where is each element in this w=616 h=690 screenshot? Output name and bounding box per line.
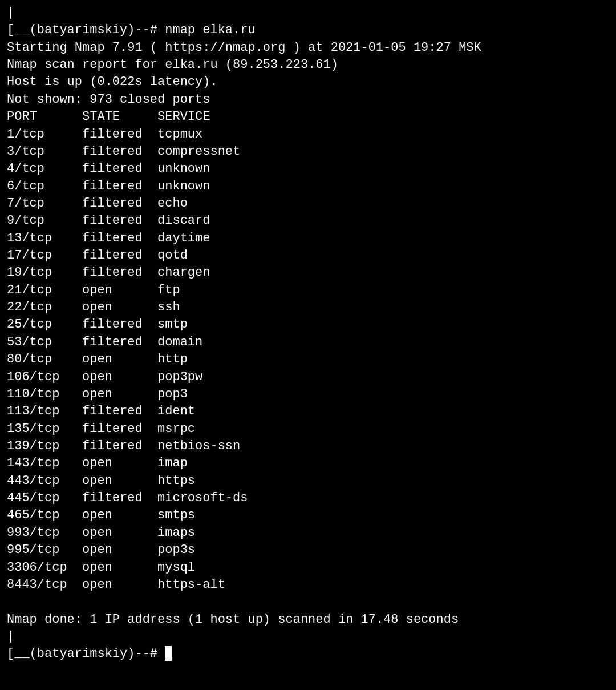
terminal-line-32: 995/tcp open pop3s (7, 543, 195, 557)
terminal-line-14: 13/tcp filtered daytime (7, 231, 210, 245)
terminal-line-27: 143/tcp open imap (7, 456, 188, 470)
terminal-line-12: 7/tcp filtered echo (7, 196, 188, 211)
terminal-line-2: [__(batyarimskiy)--# nmap elka.ru (7, 23, 256, 37)
terminal-line-10: 4/tcp filtered unknown (7, 162, 210, 176)
terminal-line-19: 25/tcp filtered smtp (7, 317, 188, 332)
terminal-line-17: 21/tcp open ftp (7, 283, 180, 297)
terminal-line-21: 80/tcp open http (7, 352, 188, 366)
terminal-line-6: Not shown: 973 closed ports (7, 92, 210, 107)
terminal-line-8: 1/tcp filtered tcpmux (7, 127, 202, 142)
terminal-line-34: 8443/tcp open https-alt (7, 578, 225, 592)
terminal-line-4: Nmap scan report for elka.ru (89.253.223… (7, 58, 338, 72)
terminal-line-22: 106/tcp open pop3pw (7, 370, 202, 384)
terminal-cursor (165, 646, 172, 661)
terminal-line-31: 993/tcp open imaps (7, 526, 195, 540)
terminal-line-16: 19/tcp filtered chargen (7, 265, 210, 280)
terminal-line-13: 9/tcp filtered discard (7, 213, 210, 228)
terminal-line-9: 3/tcp filtered compressnet (7, 144, 240, 159)
terminal-line-3: Starting Nmap 7.91 ( https://nmap.org ) … (7, 41, 481, 55)
terminal-line-11: 6/tcp filtered unknown (7, 179, 210, 193)
terminal-line-24: 113/tcp filtered ident (7, 404, 195, 418)
terminal-line-38: [__(batyarimskiy)--# (7, 647, 165, 661)
terminal-line-37: | (7, 630, 14, 644)
terminal-line-23: 110/tcp open pop3 (7, 387, 188, 401)
terminal-line-36: Nmap done: 1 IP address (1 host up) scan… (7, 612, 459, 627)
terminal-line-18: 22/tcp open ssh (7, 300, 180, 314)
terminal-line-28: 443/tcp open https (7, 474, 195, 488)
terminal-line-5: Host is up (0.022s latency). (7, 75, 218, 89)
terminal-line-20: 53/tcp filtered domain (7, 335, 202, 349)
terminal-line-25: 135/tcp filtered msrpc (7, 422, 195, 436)
terminal-line-26: 139/tcp filtered netbios-ssn (7, 439, 240, 453)
terminal-line-1: | (7, 6, 14, 20)
terminal-line-29: 445/tcp filtered microsoft-ds (7, 491, 248, 505)
terminal-line-7: PORT STATE SERVICE (7, 110, 210, 124)
terminal-line-33: 3306/tcp open mysql (7, 560, 195, 575)
terminal-line-15: 17/tcp filtered qotd (7, 248, 188, 263)
terminal-output: | [__(batyarimskiy)--# nmap elka.ru Star… (7, 5, 609, 663)
terminal-line-30: 465/tcp open smtps (7, 508, 195, 522)
